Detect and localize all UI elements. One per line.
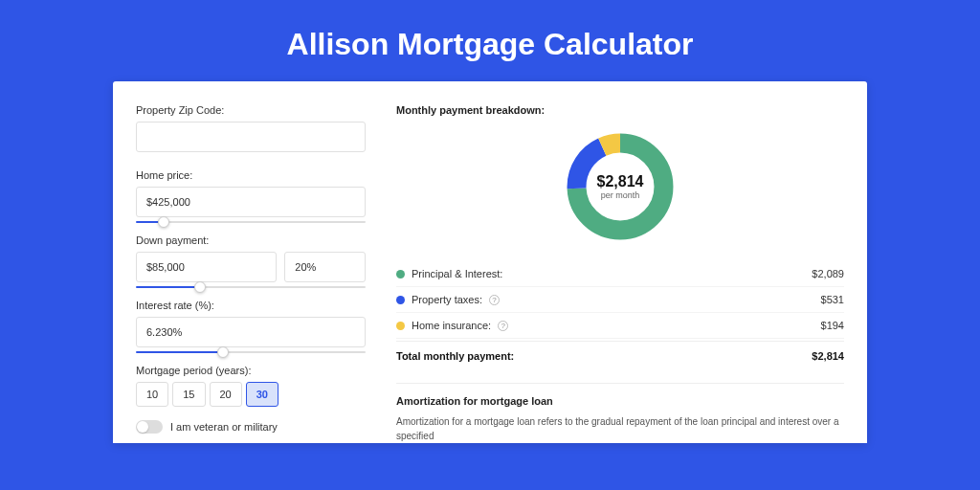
legend-value: $531 — [821, 294, 844, 305]
legend-label: Property taxes: — [412, 294, 482, 305]
down-slider-thumb[interactable] — [194, 281, 206, 293]
down-percent-input[interactable] — [284, 252, 366, 282]
dot-icon — [396, 322, 405, 330]
legend-value: $194 — [821, 320, 844, 331]
rate-label: Interest rate (%): — [136, 300, 366, 311]
legend-value: $2,089 — [812, 268, 844, 279]
down-slider[interactable] — [136, 286, 366, 288]
info-icon[interactable]: ? — [498, 321, 508, 331]
dot-icon — [396, 296, 405, 304]
amortization-section: Amortization for mortgage loan Amortizat… — [396, 383, 844, 443]
amortization-body: Amortization for a mortgage loan refers … — [396, 414, 844, 443]
down-field: Down payment: — [136, 234, 366, 282]
donut-sub: per month — [601, 190, 640, 200]
period-field: Mortgage period (years): 10 15 20 30 — [136, 365, 366, 407]
legend-row-taxes: Property taxes: ? $531 — [396, 287, 844, 313]
total-label: Total monthly payment: — [396, 350, 514, 362]
donut-amount: $2,814 — [597, 173, 644, 190]
period-group: 10 15 20 30 — [136, 382, 366, 407]
price-slider-thumb[interactable] — [158, 216, 169, 228]
veteran-row: I am veteran or military — [136, 420, 366, 434]
donut-chart-wrap: $2,814 per month — [396, 129, 844, 244]
down-label: Down payment: — [136, 234, 366, 246]
legend-label: Home insurance: — [412, 320, 491, 331]
price-label: Home price: — [136, 169, 366, 181]
breakdown-panel: Monthly payment breakdown: $2,814 per mo… — [396, 104, 844, 443]
input-panel: Property Zip Code: Home price: Down paym… — [136, 104, 366, 443]
period-label: Mortgage period (years): — [136, 365, 366, 376]
period-btn-20[interactable]: 20 — [210, 382, 242, 407]
legend-label: Principal & Interest: — [412, 268, 502, 279]
down-amount-input[interactable] — [136, 252, 277, 282]
veteran-label: I am veteran or military — [170, 421, 278, 433]
breakdown-title: Monthly payment breakdown: — [396, 104, 844, 116]
legend-row-principal: Principal & Interest: $2,089 — [396, 261, 844, 287]
zip-field: Property Zip Code: — [136, 104, 366, 152]
rate-input[interactable] — [136, 317, 366, 347]
total-value: $2,814 — [812, 350, 844, 362]
period-btn-15[interactable]: 15 — [172, 382, 205, 407]
price-input[interactable] — [136, 187, 366, 217]
dot-icon — [396, 270, 405, 278]
legend-row-insurance: Home insurance: ? $194 — [396, 313, 844, 339]
veteran-toggle[interactable] — [136, 420, 163, 434]
calculator-card: Property Zip Code: Home price: Down paym… — [113, 81, 867, 443]
period-btn-10[interactable]: 10 — [136, 382, 168, 407]
period-btn-30[interactable]: 30 — [246, 382, 278, 407]
rate-field: Interest rate (%): — [136, 300, 366, 347]
page-title: Allison Mortgage Calculator — [0, 0, 980, 81]
info-icon[interactable]: ? — [489, 295, 500, 305]
rate-slider-thumb[interactable] — [217, 346, 229, 358]
zip-input[interactable] — [136, 122, 366, 152]
donut-chart: $2,814 per month — [563, 129, 678, 244]
price-field: Home price: — [136, 169, 366, 217]
price-slider[interactable] — [136, 221, 366, 223]
amortization-title: Amortization for mortgage loan — [396, 395, 844, 407]
rate-slider[interactable] — [136, 351, 366, 353]
total-row: Total monthly payment: $2,814 — [396, 341, 844, 373]
zip-label: Property Zip Code: — [136, 104, 366, 116]
